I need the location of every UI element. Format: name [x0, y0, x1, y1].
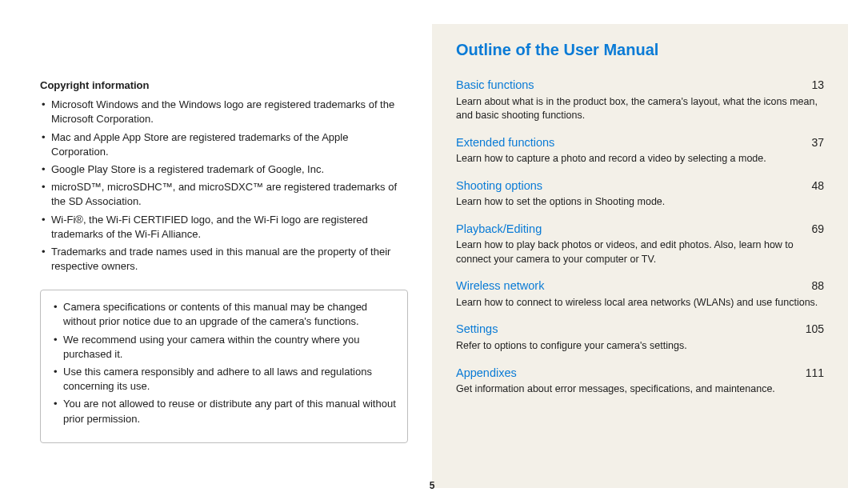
outline-title: Outline of the User Manual — [456, 38, 824, 61]
toc-head: Wireless network 88 — [456, 278, 824, 294]
toc-title: Wireless network — [456, 278, 544, 294]
toc-title: Settings — [456, 321, 498, 337]
list-item: Wi-Fi®, the Wi-Fi CERTIFIED logo, and th… — [40, 213, 408, 242]
toc-section: Extended functions 37 Learn how to captu… — [456, 134, 824, 166]
toc-page: 105 — [806, 322, 824, 338]
toc-section: Wireless network 88 Learn how to connect… — [456, 278, 824, 310]
toc-section: Appendixes 111 Get information about err… — [456, 365, 824, 397]
toc-page: 111 — [806, 366, 824, 382]
toc-desc: Learn about what is in the product box, … — [456, 95, 824, 123]
list-item: Camera specifications or contents of thi… — [52, 300, 396, 329]
manual-page: Copyright information Microsoft Windows … — [0, 0, 864, 504]
list-item: Mac and Apple App Store are registered t… — [40, 130, 408, 159]
toc-title: Basic functions — [456, 77, 534, 93]
notice-box: Camera specifications or contents of thi… — [40, 290, 408, 443]
list-item: Use this camera responsibly and adhere t… — [52, 365, 396, 394]
toc-desc: Learn how to play back photos or videos,… — [456, 238, 824, 266]
toc-section: Shooting options 48 Learn how to set the… — [456, 178, 824, 210]
toc-head: Extended functions 37 — [456, 134, 824, 151]
copyright-heading: Copyright information — [40, 78, 408, 93]
toc-head: Playback/Editing 69 — [456, 221, 824, 238]
toc-section: Settings 105 Refer to options to configu… — [456, 321, 824, 353]
list-item: We recommend using your camera within th… — [52, 333, 396, 362]
toc-page: 69 — [811, 222, 824, 238]
toc-desc: Learn how to set the options in Shooting… — [456, 195, 824, 210]
toc-title: Playback/Editing — [456, 221, 542, 237]
notice-list: Camera specifications or contents of thi… — [52, 300, 396, 426]
toc-section: Basic functions 13 Learn about what is i… — [456, 77, 824, 123]
list-item: Trademarks and trade names used in this … — [40, 245, 408, 274]
left-column: Copyright information Microsoft Windows … — [16, 24, 432, 488]
toc-head: Settings 105 — [456, 321, 824, 338]
list-item: You are not allowed to reuse or distribu… — [52, 397, 396, 426]
right-column: Outline of the User Manual Basic functio… — [432, 24, 848, 488]
toc-title: Shooting options — [456, 178, 542, 194]
toc-page: 88 — [811, 278, 824, 294]
toc-page: 37 — [811, 135, 824, 151]
toc-desc: Refer to options to configure your camer… — [456, 339, 824, 354]
page-number: 5 — [0, 479, 864, 493]
toc-section: Playback/Editing 69 Learn how to play ba… — [456, 221, 824, 267]
toc-head: Appendixes 111 — [456, 365, 824, 382]
toc-desc: Get information about error messages, sp… — [456, 382, 824, 397]
list-item: Microsoft Windows and the Windows logo a… — [40, 98, 408, 126]
toc-desc: Learn how to connect to wireless local a… — [456, 296, 824, 310]
list-item: microSD™, microSDHC™, and microSDXC™ are… — [40, 180, 408, 209]
toc-page: 13 — [811, 78, 824, 94]
toc-head: Shooting options 48 — [456, 178, 824, 194]
toc-head: Basic functions 13 — [456, 77, 824, 94]
toc-page: 48 — [811, 178, 824, 194]
list-item: Google Play Store is a registered tradem… — [40, 162, 408, 177]
copyright-list: Microsoft Windows and the Windows logo a… — [40, 98, 408, 274]
toc-title: Appendixes — [456, 365, 517, 381]
toc-title: Extended functions — [456, 134, 554, 150]
toc-desc: Learn how to capture a photo and record … — [456, 152, 824, 166]
